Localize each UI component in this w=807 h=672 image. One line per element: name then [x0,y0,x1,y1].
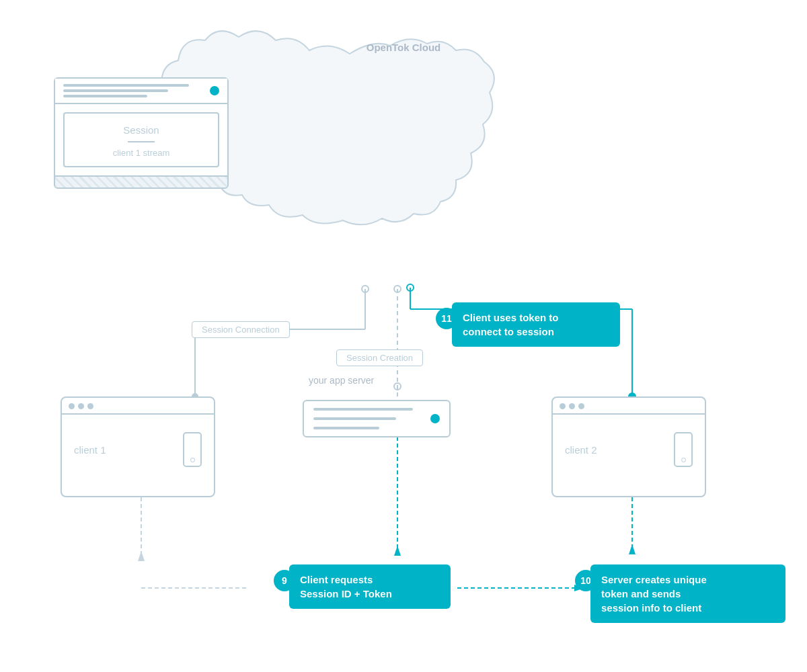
step10-text: Server creates unique token and sends se… [601,574,707,614]
server-footer [55,175,227,187]
step9-text: Client requests Session ID + Token [300,574,392,599]
svg-point-11 [407,284,414,291]
svg-point-1 [394,286,401,292]
session-stream-label: client 1 stream [73,148,210,158]
app-server-line3 [313,427,379,429]
client1-dot3 [87,403,93,409]
app-server-top-label: your app server [309,375,374,386]
opentok-server-box: Session client 1 stream [54,77,229,189]
client2-phone-icon [674,432,693,467]
cloud-label: OpenTok Cloud [367,42,441,53]
session-connection-label: Session Connection [192,321,290,338]
svg-marker-14 [629,544,636,554]
phone-circle [681,458,686,462]
svg-point-2 [394,383,401,390]
step10-callout: Server creates unique token and sends se… [590,564,785,623]
app-server-line2 [313,417,396,420]
step11-callout: Client uses token to connect to session [452,302,620,347]
svg-marker-16 [138,551,145,561]
client1-dot1 [69,403,75,409]
client2-dot1 [560,403,566,409]
server-line [63,95,147,97]
session-label: Session [73,124,210,136]
app-server-box [303,400,451,437]
session-creation-label: Session Creation [336,349,423,366]
client1-box: client 1 [61,396,215,497]
svg-marker-19 [394,546,401,556]
diagram: OpenTok Cloud Session client 1 stream Se… [0,0,807,672]
client1-dot2 [78,403,84,409]
session-box: Session client 1 stream [63,112,219,167]
session-divider [128,141,155,142]
phone-circle [190,458,195,462]
client2-dot2 [569,403,575,409]
client1-phone-icon [183,432,202,467]
client2-dot3 [578,403,584,409]
svg-point-6 [362,286,369,292]
server-status-dot [210,86,219,95]
server-line [63,89,168,92]
server-line [63,84,189,87]
client2-box: client 2 [551,396,706,497]
step11-text: Client uses token to connect to session [463,312,559,337]
step9-callout: Client requests Session ID + Token [289,564,451,609]
app-server-dot [430,414,440,423]
client2-name: client 2 [565,444,597,456]
app-server-line1 [313,408,413,411]
client1-name: client 1 [74,444,106,456]
